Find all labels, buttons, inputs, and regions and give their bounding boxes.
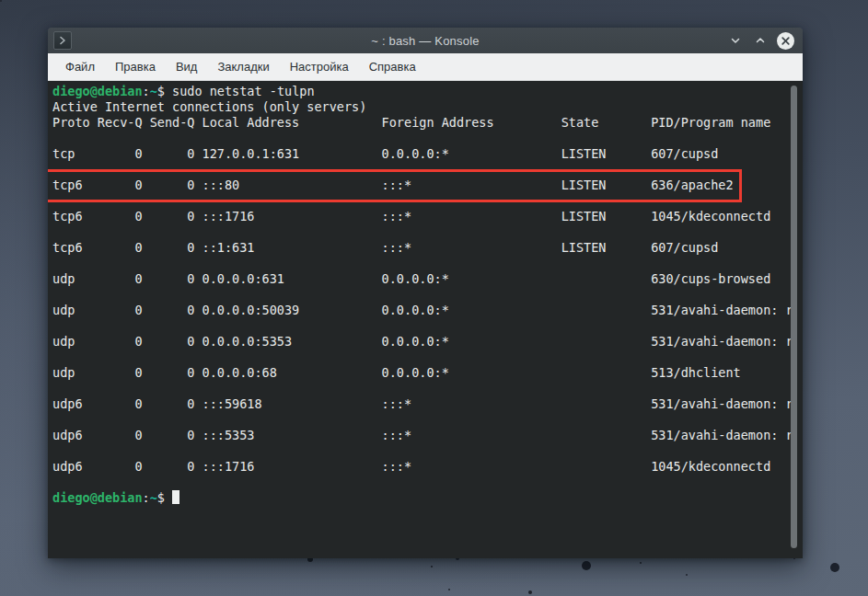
command-text: sudo netstat -tulpn (165, 84, 315, 98)
window-title: ~ : bash — Konsole (48, 34, 803, 48)
table-row: tcp 0 0 127.0.0.1:631 0.0.0.0:* LISTEN 6… (52, 146, 790, 162)
terminal-line (52, 287, 790, 303)
table-row: udp 0 0 0.0.0.0:68 0.0.0.0:* 513/dhclien… (52, 365, 790, 381)
table-row: udp 0 0 0.0.0.0:50039 0.0.0.0:* 531/avah… (52, 303, 790, 318)
scrollbar-handle[interactable] (791, 86, 797, 548)
terminal-line (52, 443, 790, 459)
terminal-line (52, 412, 790, 428)
chevron-up-icon (754, 34, 767, 47)
chevron-down-icon (729, 34, 742, 47)
terminal-line (52, 162, 790, 178)
prompt-path: ~ (150, 490, 157, 505)
table-row: udp6 0 0 :::59618 :::* 531/avahi-daemon:… (52, 396, 790, 412)
prompt-separator: : (143, 490, 150, 505)
table-row: udp 0 0 0.0.0.0:631 0.0.0.0:* 630/cups-b… (52, 271, 790, 287)
table-header-line: Proto Recv-Q Send-Q Local Address Foreig… (52, 115, 790, 131)
prompt-line: diego@debian:~$ sudo netstat -tulpn (52, 84, 790, 99)
terminal-line (52, 193, 790, 209)
titlebar[interactable]: ~ : bash — Konsole (48, 28, 803, 53)
terminal-line (52, 131, 790, 146)
menu-file[interactable]: Файл (55, 53, 105, 81)
prompt-path: ~ (150, 84, 157, 98)
konsole-app-icon (53, 31, 72, 50)
window-controls (727, 32, 803, 50)
terminal-prompt-glyph (57, 35, 68, 46)
terminal-cursor (172, 490, 179, 504)
prompt-separator: : (143, 84, 150, 98)
menu-view[interactable]: Вид (166, 53, 208, 81)
menu-settings[interactable]: Настройка (280, 53, 359, 81)
spacer (165, 490, 172, 505)
wallpaper-speckles (0, 0, 2, 2)
close-icon (777, 32, 794, 50)
table-row: tcp6 0 0 :::80 :::* LISTEN 636/apache2 (52, 178, 790, 193)
terminal-line (52, 350, 790, 365)
konsole-window: ~ : bash — Konsole Файл Правка Вид Зак (48, 28, 803, 558)
table-row: tcp6 0 0 :::1716 :::* LISTEN 1045/kdecon… (52, 209, 790, 224)
maximize-button[interactable] (752, 32, 769, 49)
prompt-line: diego@debian:~$ (52, 490, 790, 506)
table-row: tcp6 0 0 ::1:631 :::* LISTEN 607/cupsd (52, 240, 790, 256)
terminal-content: diego@debian:~$ sudo netstat -tulpnActiv… (52, 84, 790, 506)
table-row: udp6 0 0 :::1716 :::* 1045/kdeconnectd (52, 459, 790, 475)
prompt-user: diego@debian (52, 490, 143, 505)
prompt-user: diego@debian (52, 84, 143, 98)
prompt-sign: $ (157, 490, 165, 505)
minimize-button[interactable] (727, 32, 744, 49)
menu-help[interactable]: Справка (359, 53, 426, 81)
terminal-line (52, 381, 790, 396)
menu-edit[interactable]: Правка (105, 53, 166, 81)
table-row: udp6 0 0 :::5353 :::* 531/avahi-daemon: … (52, 428, 790, 443)
prompt-sign: $ (157, 84, 165, 98)
menu-bar: Файл Правка Вид Закладки Настройка Справ… (48, 53, 803, 81)
terminal-area[interactable]: diego@debian:~$ sudo netstat -tulpnActiv… (48, 81, 803, 558)
terminal-line (52, 318, 790, 334)
close-button[interactable] (777, 32, 794, 50)
menu-bookmarks[interactable]: Закладки (207, 53, 279, 81)
output-intro-line: Active Internet connections (only server… (52, 99, 790, 115)
terminal-line (52, 256, 790, 271)
table-row: udp 0 0 0.0.0.0:5353 0.0.0.0:* 531/avahi… (52, 334, 790, 350)
terminal-line (52, 224, 790, 240)
terminal-line (52, 475, 790, 490)
